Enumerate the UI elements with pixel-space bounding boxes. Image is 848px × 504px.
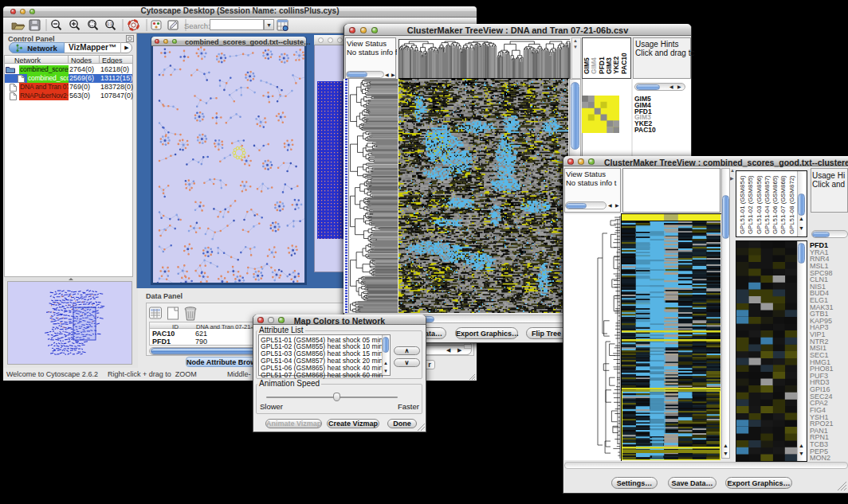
svg-text:1:1: 1:1: [107, 21, 112, 26]
